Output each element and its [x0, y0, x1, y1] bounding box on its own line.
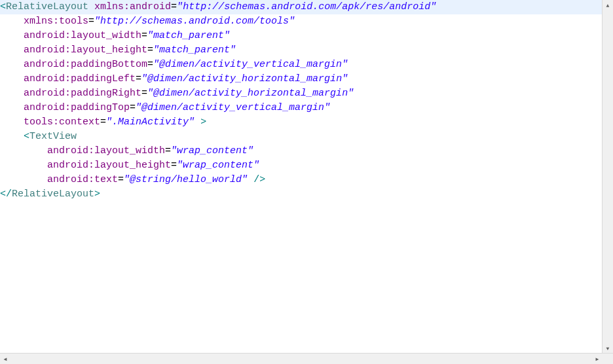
- attr-name: android:layout_height: [47, 160, 171, 171]
- tag-selfclose: />: [253, 174, 265, 185]
- attr-name: android:layout_width: [47, 145, 165, 156]
- code-line[interactable]: xmlns:tools="http://schemas.android.com/…: [0, 14, 613, 29]
- code-line[interactable]: <RelativeLayout xmlns:android="http://sc…: [0, 0, 613, 14]
- attr-value: "wrap_content": [171, 145, 253, 156]
- attr-name: tools:context: [24, 117, 100, 128]
- tag-open-bracket: </: [0, 189, 12, 200]
- attr-name: android:paddingLeft: [24, 73, 136, 84]
- code-line[interactable]: android:layout_width="match_parent": [0, 29, 613, 43]
- attr-name: android:paddingTop: [24, 102, 130, 113]
- attr-value: "http://schemas.android.com/tools": [94, 16, 295, 27]
- code-line[interactable]: android:text="@string/hello_world" />: [0, 173, 613, 187]
- scrollbar-corner: [603, 354, 613, 364]
- code-line[interactable]: android:layout_width="wrap_content": [0, 144, 613, 158]
- code-line[interactable]: <TextView: [0, 130, 613, 144]
- scroll-down-icon[interactable]: ▼: [603, 343, 613, 354]
- attr-name: android:paddingBottom: [24, 59, 147, 70]
- tag-close-bracket: >: [200, 117, 206, 128]
- attr-value: "wrap_content": [177, 160, 259, 171]
- code-line[interactable]: android:paddingBottom="@dimen/activity_v…: [0, 58, 613, 72]
- attr-value: "match_parent": [147, 30, 230, 41]
- attr-name: xmlns:tools: [24, 16, 88, 27]
- horizontal-scrollbar[interactable]: ◀ ▶: [0, 353, 613, 364]
- tag-open-bracket: <: [0, 1, 6, 12]
- code-line[interactable]: android:paddingLeft="@dimen/activity_hor…: [0, 72, 613, 86]
- attr-value: "@string/hello_world": [124, 174, 248, 185]
- attr-value: "@dimen/activity_vertical_margin": [136, 102, 330, 113]
- code-line[interactable]: android:paddingRight="@dimen/activity_ho…: [0, 86, 613, 101]
- attr-value: "@dimen/activity_horizontal_margin": [147, 88, 354, 99]
- tag-name: RelativeLayout: [12, 189, 94, 200]
- attr-name: android:paddingRight: [24, 88, 141, 99]
- code-line[interactable]: </RelativeLayout>: [0, 187, 613, 202]
- tag-close-bracket: >: [94, 189, 100, 200]
- code-editor[interactable]: <RelativeLayout xmlns:android="http://sc…: [0, 0, 613, 354]
- scroll-left-icon[interactable]: ◀: [0, 354, 10, 364]
- code-line[interactable]: android:layout_height="wrap_content": [0, 158, 613, 173]
- tag-name: RelativeLayout: [6, 1, 88, 12]
- vertical-scrollbar[interactable]: ▲ ▼: [602, 0, 613, 354]
- code-line[interactable]: android:paddingTop="@dimen/activity_vert…: [0, 101, 613, 115]
- attr-name: android:text: [47, 174, 118, 185]
- scroll-up-icon[interactable]: ▲: [603, 0, 613, 10]
- attr-value: ".MainActivity": [106, 117, 195, 128]
- tag-open-bracket: <: [24, 131, 29, 142]
- code-line[interactable]: tools:context=".MainActivity" >: [0, 115, 613, 130]
- scroll-right-icon[interactable]: ▶: [592, 354, 603, 364]
- attr-value: "match_parent": [153, 45, 236, 56]
- tag-name: TextView: [29, 131, 77, 142]
- attr-name: xmlns:android: [94, 1, 171, 12]
- code-line[interactable]: android:layout_height="match_parent": [0, 43, 613, 58]
- attr-name: android:layout_width: [24, 30, 141, 41]
- attr-name: android:layout_height: [24, 45, 147, 56]
- attr-value: "@dimen/activity_horizontal_margin": [141, 73, 348, 84]
- attr-value: "@dimen/activity_vertical_margin": [153, 59, 348, 70]
- attr-value: "http://schemas.android.com/apk/res/andr…: [177, 1, 436, 12]
